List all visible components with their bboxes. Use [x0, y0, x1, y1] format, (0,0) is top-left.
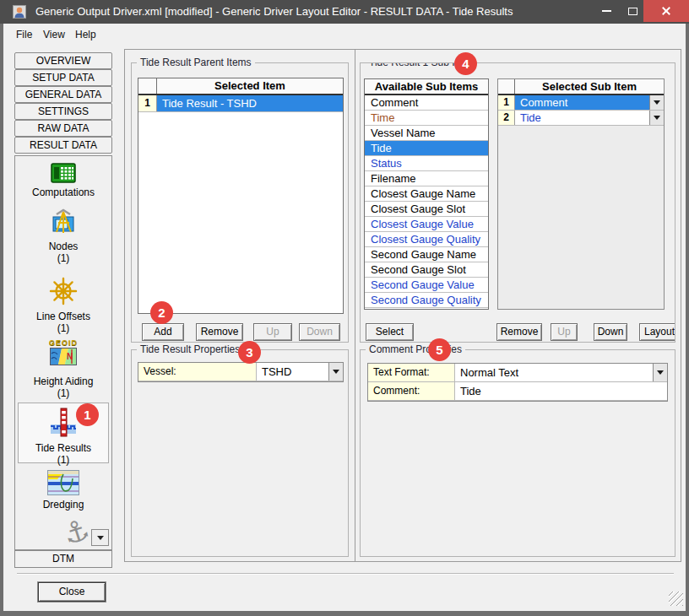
menu-view[interactable]: View	[39, 27, 69, 42]
sidebar-item-label: Line Offsets	[15, 311, 111, 322]
property-row: Comment: Tide	[368, 382, 667, 401]
available-item[interactable]: Closest Gauge Slot	[365, 202, 488, 217]
vessel-dropdown-button[interactable]	[328, 363, 343, 381]
pane-divider	[355, 50, 355, 561]
available-item[interactable]: Second Gauge Name	[365, 247, 488, 262]
up-button[interactable]: Up	[253, 323, 292, 341]
chevron-down-icon	[657, 370, 664, 378]
available-item[interactable]: Comment	[365, 95, 488, 111]
available-item-selected[interactable]: Tide	[365, 141, 488, 156]
annotation-circle-3: 3	[238, 341, 261, 364]
nav-raw-data[interactable]: RAW DATA	[14, 120, 112, 137]
table-header-row: Selected Item	[138, 78, 343, 95]
minimize-icon	[602, 10, 611, 12]
nav-overview[interactable]: OVERVIEW	[14, 52, 112, 69]
ship-wheel-icon	[48, 276, 79, 306]
sub-item-value: Comment	[515, 95, 649, 110]
sub-item-dropdown-button[interactable]	[649, 111, 664, 125]
sub-item-row[interactable]: 2 Tide	[498, 111, 664, 126]
group-title: Tide Result Properties	[137, 343, 243, 355]
property-row: Vessel: TSHD	[138, 363, 343, 381]
menu-file[interactable]: File	[12, 27, 36, 42]
close-window-button[interactable]	[643, 0, 689, 22]
row-number: 1	[498, 95, 515, 110]
sidebar-item-label: Computations	[15, 186, 111, 198]
annotation-circle-1: 1	[76, 403, 99, 426]
sub-item-row[interactable]: 1 Comment	[498, 95, 664, 111]
nodes-icon	[49, 208, 78, 237]
footer-divider	[17, 573, 674, 575]
add-button[interactable]: Add	[142, 323, 184, 341]
sidebar-item-label: Dredging	[15, 499, 111, 511]
nav-general-data[interactable]: GENERAL DATA	[14, 86, 112, 103]
up-sub-button[interactable]: Up	[551, 323, 578, 341]
sidebar-item-count: (1)	[15, 387, 111, 399]
text-format-value: Normal Text	[455, 364, 653, 381]
select-button[interactable]: Select	[366, 323, 414, 341]
selected-sub-item-header: Selected Sub Item	[515, 79, 664, 94]
down-button[interactable]: Down	[299, 323, 340, 341]
available-item[interactable]: Closest Gauge Name	[365, 186, 488, 202]
dredging-icon	[47, 470, 79, 495]
maximize-icon	[628, 8, 637, 15]
table-row[interactable]: 1 Tide Result - TSHD	[138, 95, 343, 112]
selected-item-header: Selected Item	[157, 78, 343, 94]
text-format-label: Text Format:	[368, 364, 455, 381]
available-item[interactable]: Second Gauge Quality	[365, 293, 488, 308]
chevron-down-icon	[654, 116, 660, 123]
selected-sub-item-table: Selected Sub Item 1 Comment 2 Tide	[497, 78, 665, 310]
comment-value: Tide	[455, 382, 667, 400]
menu-help[interactable]: Help	[71, 27, 100, 42]
table-header-row: Selected Sub Item	[498, 79, 664, 95]
chevron-down-icon	[97, 536, 104, 543]
row-number: 2	[498, 111, 515, 125]
vessel-combobox[interactable]: TSHD	[257, 363, 343, 381]
sidebar-item-count: (1)	[15, 252, 111, 264]
group-comment-properties: Comment Properties Text Format: Normal T…	[360, 349, 675, 557]
title-bar: Generic Output Driver.xml [modified] - G…	[0, 0, 689, 24]
group-parent-properties: Tide Result Properties Vessel: TSHD	[131, 349, 349, 557]
window-title: Generic Output Driver.xml [modified] - G…	[35, 0, 513, 24]
text-format-dropdown-button[interactable]	[653, 364, 667, 381]
vessel-label: Vessel:	[138, 363, 257, 381]
annotation-circle-4: 4	[454, 52, 477, 75]
available-item[interactable]: Second Gauge Slot	[365, 262, 488, 278]
chevron-down-icon	[333, 370, 339, 377]
layout-button[interactable]: Layout	[639, 323, 675, 341]
available-item[interactable]: Vessel Name	[365, 126, 488, 141]
tide-gauge-icon	[46, 407, 80, 439]
remove-sub-button[interactable]: Remove	[496, 323, 542, 341]
available-item[interactable]: Closest Gauge Value	[365, 217, 488, 232]
row-number: 1	[138, 95, 157, 111]
vessel-value: TSHD	[257, 363, 328, 381]
available-item[interactable]: Closest Gauge Quality	[365, 232, 488, 247]
maximize-button[interactable]	[621, 0, 643, 22]
annotation-circle-5: 5	[428, 338, 451, 361]
resize-grip[interactable]	[669, 592, 683, 606]
text-format-combobox[interactable]: Normal Text	[455, 364, 667, 381]
comment-field[interactable]: Tide	[455, 382, 667, 400]
nav-setup-data[interactable]: SETUP DATA	[14, 69, 112, 86]
app-icon	[13, 5, 26, 19]
remove-button[interactable]: Remove	[196, 323, 243, 341]
minimize-button[interactable]	[591, 0, 621, 22]
parent-items-table: Selected Item 1 Tide Result - TSHD	[138, 78, 344, 314]
geoid-map-icon: N	[50, 348, 77, 365]
sidebar-item-dtm[interactable]: DTM	[14, 550, 112, 568]
group-sub-items: Tide Result 1 Sub Items Available Sub It…	[360, 62, 675, 343]
down-sub-button[interactable]: Down	[594, 323, 627, 341]
available-item[interactable]: Second Gauge Value	[365, 278, 488, 293]
available-item[interactable]: Time	[365, 111, 488, 126]
close-button[interactable]: Close	[38, 582, 106, 602]
nav-settings[interactable]: SETTINGS	[14, 103, 112, 120]
available-item[interactable]: Filename	[365, 171, 488, 186]
sidebar-scroll-down-button[interactable]	[91, 529, 109, 546]
available-item[interactable]: Status	[365, 156, 488, 171]
chevron-down-icon	[654, 100, 660, 108]
menu-bar: File View Help	[3, 24, 686, 46]
sub-item-dropdown-button[interactable]	[649, 95, 664, 110]
nav-result-data[interactable]: RESULT DATA	[14, 137, 112, 154]
calculator-icon	[51, 163, 76, 183]
sidebar-item-label: Tide Results	[19, 442, 108, 454]
parent-item-value: Tide Result - TSHD	[157, 95, 343, 111]
